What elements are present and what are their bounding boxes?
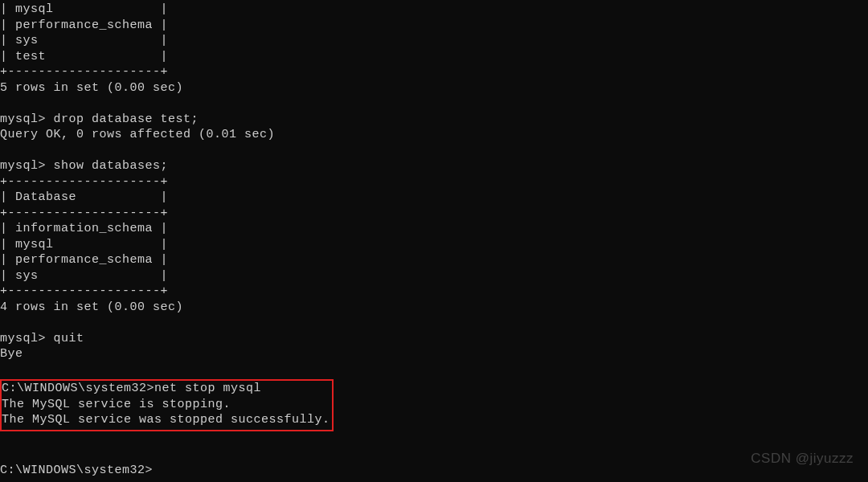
table-row: | sys | xyxy=(0,269,168,283)
table-border: +--------------------+ xyxy=(0,65,168,79)
terminal-output[interactable]: | mysql | | performance_schema | | sys |… xyxy=(0,2,868,478)
table-row: | performance_schema | xyxy=(0,18,168,32)
mysql-prompt: mysql> show databases; xyxy=(0,159,168,173)
result-text: 5 rows in set (0.00 sec) xyxy=(0,81,183,95)
output-text: Bye xyxy=(0,347,23,361)
table-row: | mysql | xyxy=(0,238,168,251)
cmd-prompt: C:\WINDOWS\system32>net stop mysql xyxy=(2,382,261,395)
mysql-prompt: mysql> drop database test; xyxy=(0,112,199,126)
highlighted-region: C:\WINDOWS\system32>net stop mysql The M… xyxy=(0,379,334,431)
output-text: The MySQL service was stopped successful… xyxy=(2,413,330,427)
table-header: | Database | xyxy=(0,190,168,204)
table-row: | sys | xyxy=(0,34,168,47)
table-border: +--------------------+ xyxy=(0,175,168,189)
cmd-prompt[interactable]: C:\WINDOWS\system32> xyxy=(0,464,153,477)
table-row: | performance_schema | xyxy=(0,253,168,267)
output-text: The MySQL service is stopping. xyxy=(2,398,231,411)
table-row: | mysql | xyxy=(0,2,168,16)
table-row: | information_schema | xyxy=(0,222,168,235)
result-text: 4 rows in set (0.00 sec) xyxy=(0,300,183,314)
table-border: +--------------------+ xyxy=(0,206,168,220)
table-row: | test | xyxy=(0,50,168,63)
mysql-prompt: mysql> quit xyxy=(0,332,84,345)
table-border: +--------------------+ xyxy=(0,284,168,298)
result-text: Query OK, 0 rows affected (0.01 sec) xyxy=(0,128,275,141)
